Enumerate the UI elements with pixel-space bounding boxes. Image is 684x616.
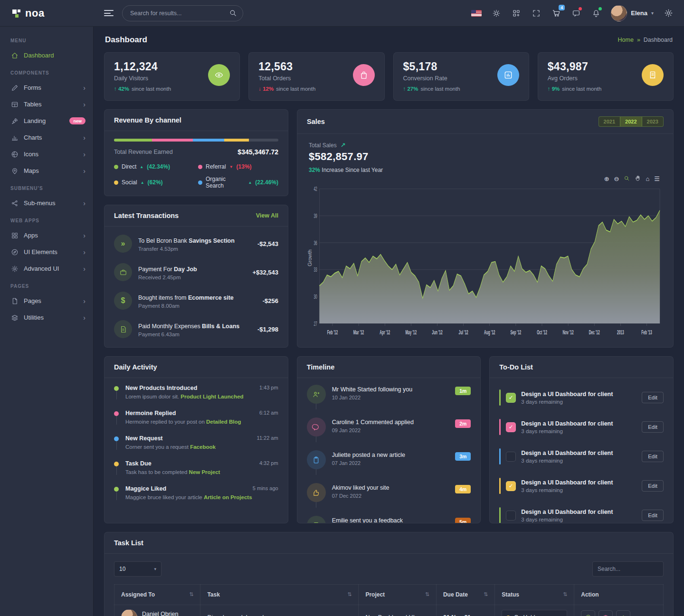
timeline-item: Emilie sent you a feedback06 Jan 2022 5m — [307, 516, 471, 523]
col-task[interactable]: Task⇅ — [200, 585, 359, 605]
transactions-title: Latest Transactions — [114, 212, 179, 219]
revenue-total-label: Total Revenue Earned — [114, 149, 173, 155]
theme-toggle-icon[interactable] — [491, 8, 502, 19]
svg-text:Jun '12: Jun '12 — [432, 328, 442, 335]
sort-icon[interactable]: ⇅ — [484, 591, 488, 597]
briefcase-icon — [114, 263, 132, 281]
col-status[interactable]: Status⇅ — [495, 585, 574, 605]
timeline-badge: 1m — [455, 387, 471, 395]
edit-button[interactable]: Edit — [642, 392, 664, 403]
year-tab-2021[interactable]: 2021 — [599, 117, 620, 126]
sidebar-item-forms[interactable]: Forms› — [0, 79, 93, 96]
todo-checkbox[interactable]: ✓ — [506, 393, 516, 403]
todo-checkbox[interactable] — [506, 511, 516, 521]
table-search-input[interactable] — [592, 561, 664, 577]
sidebar-item-apps[interactable]: Apps› — [0, 227, 93, 244]
main-content: Dashboard Home » Dashboard 1,12,324 Dail… — [94, 27, 684, 616]
fullscreen-icon[interactable] — [531, 8, 542, 19]
year-tab-2023[interactable]: 2023 — [642, 117, 663, 126]
activity-item: Task Due4:32 pmTask has to be completed … — [114, 460, 278, 485]
col-due-date[interactable]: Due Date⇅ — [436, 585, 494, 605]
todo-checkbox[interactable]: ✓ — [506, 422, 516, 432]
apps-grid-icon[interactable] — [511, 8, 522, 19]
activity-link[interactable]: Product Light Launched — [180, 394, 243, 399]
language-flag-icon[interactable] — [471, 8, 482, 19]
zoom-out-icon[interactable]: ⊖ — [614, 176, 619, 182]
zoom-in-icon[interactable]: ⊕ — [604, 176, 609, 182]
svg-text:2013: 2013 — [617, 328, 624, 335]
shopping-bag-icon — [353, 64, 375, 86]
pan-icon[interactable] — [635, 175, 641, 182]
breadcrumb-current: Dashboard — [644, 37, 673, 43]
sidebar-item-landing[interactable]: Landingnew — [0, 113, 93, 129]
col-project[interactable]: Project⇅ — [359, 585, 437, 605]
logo[interactable]: noa — [0, 7, 94, 19]
sidebar-item-charts[interactable]: Charts› — [0, 129, 93, 146]
sidebar-item-pages[interactable]: Pages› — [0, 293, 93, 309]
cart-icon[interactable]: 4 — [551, 8, 561, 19]
todo-checkbox[interactable] — [506, 452, 516, 462]
selection-zoom-icon[interactable] — [624, 175, 630, 182]
comment-icon — [307, 417, 326, 436]
edit-button[interactable]: Edit — [642, 451, 664, 462]
rocket-icon — [10, 117, 19, 125]
revenue-total-value: $345,3467.72 — [238, 148, 278, 156]
sidebar-item-tables[interactable]: Tables› — [0, 96, 93, 113]
sales-area-chart[interactable]: Growth 273033363942Feb '12Mar '12Apr — [309, 184, 662, 342]
timeline-badge: 4m — [455, 485, 471, 493]
notifications-bell-icon[interactable] — [591, 8, 601, 19]
settings-gear-icon[interactable] — [663, 8, 674, 19]
activity-link[interactable]: Detailed Blog — [206, 419, 241, 425]
layers-icon — [10, 313, 19, 322]
chevron-right-icon: › — [83, 249, 86, 256]
todo-checkbox[interactable]: ✓ — [506, 481, 516, 491]
global-search — [122, 5, 243, 21]
sidebar-item-submenus[interactable]: Sub-menus› — [0, 195, 93, 211]
menu-toggle-icon[interactable] — [104, 10, 114, 16]
messages-dot — [579, 7, 582, 10]
sort-icon[interactable]: ⇅ — [563, 591, 567, 597]
table-row: Daniel Obrienmember@spruko.com Diam lore… — [114, 605, 664, 616]
sort-icon[interactable]: ⇅ — [347, 591, 352, 597]
revenue-title: Revenue By channel — [114, 116, 181, 124]
timeline-item: Mr White Started following you10 Jan 202… — [307, 385, 471, 417]
sort-icon[interactable]: ⇅ — [189, 591, 193, 597]
transaction-row: $ Bought items from Ecommerce sitePaymen… — [114, 286, 278, 315]
timeline-panel: Timeline Mr White Started following you1… — [297, 356, 481, 523]
edit-button[interactable]: Edit — [642, 421, 664, 433]
messages-icon[interactable] — [571, 8, 581, 19]
sidebar-item-ui-elements[interactable]: UI Elements› — [0, 244, 93, 260]
year-tab-2022[interactable]: 2022 — [620, 117, 642, 126]
todo-panel: To-Do List ✓ Design a UI Dashboard for c… — [489, 356, 674, 523]
view-all-link[interactable]: View All — [256, 212, 278, 219]
breadcrumb-home[interactable]: Home — [618, 37, 634, 43]
col-assigned-to[interactable]: Assigned To⇅ — [114, 585, 200, 605]
activity-link[interactable]: New Project — [189, 469, 220, 475]
search-icon[interactable] — [229, 9, 237, 17]
svg-text:33: 33 — [314, 266, 317, 273]
activity-link[interactable]: Article on Projects — [204, 494, 252, 500]
edit-button[interactable]: Edit — [642, 510, 664, 521]
activity-link[interactable]: Facebook — [190, 444, 216, 450]
sidebar-item-icons[interactable]: Icons› — [0, 146, 93, 162]
activity-item: New Request11:22 amCorner sent you a req… — [114, 435, 278, 460]
search-input[interactable] — [130, 10, 229, 17]
status-select[interactable]: On Hold▾ — [502, 610, 567, 616]
sidebar-item-advanced-ui[interactable]: Advanced UI› — [0, 260, 93, 277]
transactions-panel: Latest Transactions View All » To Bel Bc… — [104, 205, 288, 348]
activity-item: New Products Introduced1:43 pmLorem ipsu… — [114, 385, 278, 410]
approve-button[interactable] — [581, 610, 595, 616]
sidebar-item-dashboard[interactable]: Dashboard — [0, 47, 93, 64]
chevron-right-icon: › — [83, 101, 86, 108]
page-size-select[interactable]: 10▾ — [114, 561, 162, 577]
chart-menu-icon[interactable]: ☰ — [654, 176, 660, 182]
task-list-title: Task List — [114, 539, 143, 547]
sidebar-item-maps[interactable]: Maps› — [0, 162, 93, 179]
user-menu[interactable]: Elena ▾ — [611, 5, 654, 21]
sidebar-item-utilities[interactable]: Utilities› — [0, 309, 93, 326]
delete-button[interactable] — [598, 610, 613, 616]
sort-icon[interactable]: ⇅ — [425, 591, 429, 597]
reset-home-icon[interactable]: ⌂ — [646, 176, 649, 182]
edit-button[interactable]: Edit — [642, 480, 664, 492]
more-options-button[interactable]: ⋮ — [616, 610, 630, 616]
